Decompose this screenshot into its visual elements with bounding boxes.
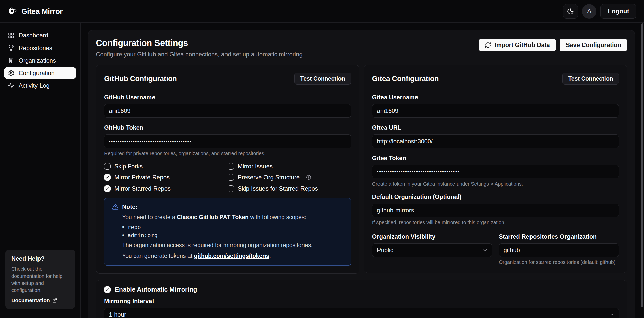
checkbox-mirror-issues[interactable]: Mirror Issues — [228, 163, 351, 170]
gitea-username-input[interactable] — [372, 104, 619, 118]
gitea-url-input[interactable] — [372, 134, 619, 148]
sidebar-item-activity-log[interactable]: Activity Log — [4, 80, 76, 92]
gitea-configuration-card: Gitea Configuration Test Connection Gite… — [364, 65, 627, 273]
pat-token-note: Note: You need to create a Classic GitHu… — [104, 198, 351, 266]
gitea-token-helper: Create a token in your Gitea instance un… — [372, 181, 619, 187]
save-configuration-button[interactable]: Save Configuration — [560, 39, 627, 51]
tokens-settings-link[interactable]: github.com/settings/tokens — [194, 253, 269, 259]
checkbox-icon[interactable] — [104, 174, 111, 181]
brand: Gitea Mirror — [8, 6, 63, 16]
sidebar-item-dashboard[interactable]: Dashboard — [4, 29, 76, 41]
default-organization-input[interactable] — [372, 204, 619, 217]
organization-visibility-select[interactable]: Public — [372, 243, 492, 257]
checkbox-mirror-private-repos[interactable]: Mirror Private Repos — [104, 174, 228, 181]
help-body: Check out the documentation for help wit… — [11, 265, 69, 294]
github-token-input[interactable]: •••••••••••••••••••••••••••••••••••••• — [104, 134, 351, 148]
checkbox-icon[interactable] — [104, 163, 111, 170]
enable-automatic-mirroring-checkbox[interactable]: Enable Automatic Mirroring — [104, 286, 619, 293]
checkbox-icon[interactable] — [228, 174, 234, 181]
automatic-mirroring-card: Enable Automatic Mirroring Mirroring Int… — [96, 280, 627, 318]
checkbox-icon[interactable] — [104, 185, 111, 192]
scope-item: •admin:org — [122, 232, 343, 238]
documentation-link[interactable]: Documentation — [11, 297, 69, 303]
checkbox-icon[interactable] — [228, 185, 234, 192]
gitea-logo-icon — [8, 6, 18, 16]
scope-item: •repo — [122, 224, 343, 230]
theme-toggle-button[interactable] — [563, 4, 578, 19]
note-generate: You can generate tokens at github.com/se… — [122, 252, 343, 260]
checkbox-icon[interactable] — [228, 163, 234, 170]
default-organization-label: Default Organization (Optional) — [372, 193, 619, 200]
sidebar-item-repositories[interactable]: Repositories — [4, 42, 76, 54]
chevron-down-icon — [609, 312, 615, 317]
page-subtitle: Configure your GitHub and Gitea connecti… — [96, 51, 304, 58]
github-card-title: GitHub Configuration — [104, 75, 177, 83]
sidebar-item-organizations[interactable]: Organizations — [4, 55, 76, 66]
mirroring-interval-select[interactable]: 1 hour — [104, 308, 619, 318]
page-title: Configuration Settings — [96, 38, 304, 48]
help-title: Need Help? — [11, 255, 69, 262]
organization-visibility-label: Organization Visibility — [372, 233, 492, 240]
sidebar-item-configuration[interactable]: Configuration — [4, 67, 76, 79]
top-navbar: Gitea Mirror A Logout — [0, 0, 644, 23]
import-github-data-button[interactable]: Import GitHub Data — [479, 39, 556, 51]
avatar[interactable]: A — [582, 4, 596, 19]
github-username-label: GitHub Username — [104, 94, 351, 101]
gitea-url-label: Gitea URL — [372, 124, 619, 131]
gitea-card-title: Gitea Configuration — [372, 75, 439, 83]
checkbox-mirror-starred-repos[interactable]: Mirror Starred Repos — [104, 185, 228, 192]
note-scopes-list: •repo •admin:org — [122, 224, 343, 238]
github-token-helper: Required for private repositories, organ… — [104, 151, 351, 156]
gitea-username-label: Gitea Username — [372, 94, 619, 101]
dashboard-grid-icon — [8, 32, 14, 39]
warning-triangle-icon — [112, 204, 119, 210]
mirroring-interval-label: Mirroring Interval — [104, 298, 619, 305]
checkbox-icon[interactable] — [104, 286, 111, 293]
sidebar: Dashboard Repositories Organizations Con… — [0, 23, 81, 318]
refresh-icon — [485, 42, 491, 48]
logout-button[interactable]: Logout — [600, 4, 636, 19]
main-content: Configuration Settings Configure your Gi… — [81, 23, 644, 318]
gear-icon — [8, 70, 14, 76]
gitea-token-input[interactable]: •••••••••••••••••••••••••••••••••••••• — [372, 165, 619, 178]
git-fork-icon — [8, 45, 14, 51]
note-intro: You need to create a Classic GitHub PAT … — [122, 213, 343, 221]
checkbox-preserve-org-structure[interactable]: Preserve Org Structure — [228, 174, 351, 181]
gitea-token-label: Gitea Token — [372, 155, 619, 162]
page-scrollbar[interactable] — [641, 23, 643, 307]
settings-panel: Configuration Settings Configure your Gi… — [88, 30, 635, 318]
starred-org-helper: Organization for starred repositories (d… — [499, 259, 619, 265]
brand-title: Gitea Mirror — [21, 7, 63, 16]
gitea-test-connection-button[interactable]: Test Connection — [562, 73, 619, 85]
building-icon — [8, 57, 14, 64]
note-heading: Note: — [122, 203, 137, 210]
chevron-down-icon — [482, 247, 488, 253]
starred-org-input[interactable] — [499, 243, 619, 257]
github-configuration-card: GitHub Configuration Test Connection Git… — [96, 65, 359, 274]
default-organization-helper: If specified, repositories will be mirro… — [372, 220, 619, 225]
checkbox-skip-forks[interactable]: Skip Forks — [104, 163, 228, 170]
github-token-label: GitHub Token — [104, 124, 351, 131]
github-test-connection-button[interactable]: Test Connection — [294, 73, 351, 85]
starred-org-label: Starred Repositories Organization — [499, 233, 619, 240]
activity-icon — [8, 82, 14, 89]
help-card: Need Help? Check out the documentation f… — [5, 250, 75, 309]
checkbox-skip-issues-starred[interactable]: Skip Issues for Starred Repos — [228, 185, 351, 192]
moon-icon — [567, 8, 574, 15]
note-org-access: The organization access is required for … — [122, 241, 343, 249]
info-icon[interactable] — [306, 175, 311, 180]
github-username-input[interactable] — [104, 104, 351, 118]
external-link-icon — [52, 298, 57, 303]
